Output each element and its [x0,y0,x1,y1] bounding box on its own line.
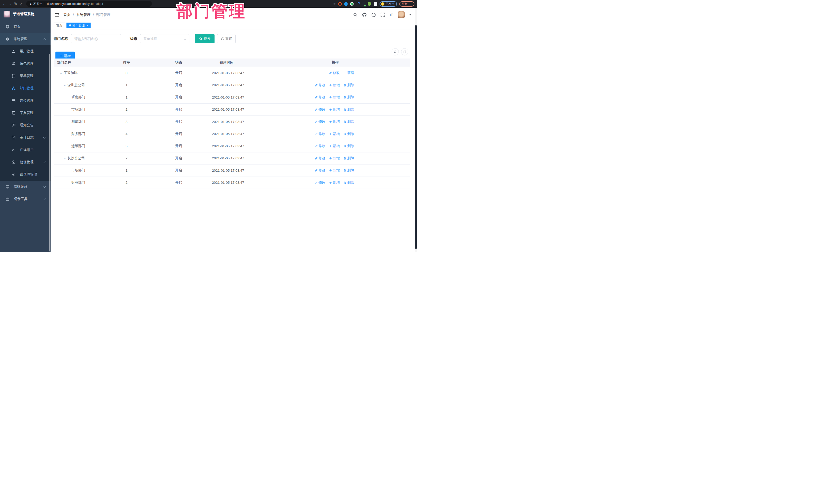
row-action-edit[interactable]: 修改 [314,95,325,100]
sidebar-item-8[interactable]: 通知公告 [0,119,50,131]
sidebar-scrollbar[interactable] [49,54,50,251]
github-icon[interactable] [362,13,367,17]
row-action-edit[interactable]: 修改 [314,83,325,88]
sidebar-item-4[interactable]: 菜单管理 [0,70,50,82]
browser-forward-icon[interactable]: → [7,2,13,6]
green-v-extension-icon[interactable]: v [350,2,354,6]
row-action-delete[interactable]: 删除 [343,144,354,148]
font-size-icon[interactable]: tT [390,13,393,17]
row-action-delete[interactable]: 删除 [343,180,354,185]
status-select[interactable]: 菜单状态 [140,34,190,43]
breadcrumb-item-0[interactable]: 首页 [63,13,70,17]
table-row: ⌄芋道源码0开启2021-01-05 17:03:47修改新增 [53,67,410,79]
sidebar-item-13[interactable]: 基础设施 [0,181,50,193]
app-logo-row[interactable]: 芋道管理系统 [0,8,50,21]
user-menu-caret-icon[interactable] [409,14,411,17]
green-figure-extension-icon[interactable] [368,2,371,6]
search-button[interactable]: 搜索 [195,34,215,43]
browser-reload-icon[interactable]: ↻ [13,2,19,6]
row-action-edit[interactable]: 修改 [314,168,325,173]
breadcrumb-item-1[interactable]: 系统管理 [76,13,91,17]
security-label[interactable]: 不安全 [34,2,43,6]
search-icon[interactable] [353,13,357,17]
sidebar-item-2[interactable]: 用户管理 [0,45,50,58]
close-tag-icon[interactable]: × [86,24,88,27]
row-action-delete[interactable]: 删除 [343,119,354,124]
browser-back-icon[interactable]: ← [2,2,7,6]
grid-extension-icon[interactable] [356,2,359,6]
user-icon [12,49,16,53]
row-action-add[interactable]: 新增 [329,95,340,100]
sidebar-item-14[interactable]: 研发工具 [0,193,50,205]
expand-caret-icon[interactable]: ⌄ [60,71,64,75]
column-header-4: 操作 [294,60,410,65]
user-avatar[interactable] [398,11,405,18]
tag-0[interactable]: 首页 [53,23,65,28]
browser-update-button[interactable]: 更新 ⋮ [399,1,414,7]
row-action-delete[interactable]: 删除 [343,168,354,173]
chevron-down-icon [184,38,186,40]
sidebar-item-3[interactable]: 角色管理 [0,58,50,70]
row-action-add[interactable]: 新增 [329,156,340,161]
action-label: 删除 [347,156,354,161]
row-action-delete[interactable]: 删除 [343,132,354,136]
row-action-add[interactable]: 新增 [329,107,340,112]
sidebar-item-9[interactable]: 审计日志 [0,131,50,144]
row-action-add[interactable]: 新增 [329,168,340,173]
expand-caret-icon[interactable]: ⌄ [64,156,67,160]
row-action-delete[interactable]: 删除 [343,156,354,161]
action-label: 修改 [319,180,325,185]
sidebar-item-7[interactable]: 字典管理 [0,107,50,119]
reset-button[interactable]: 重置 [217,34,236,43]
sidebar-collapse-icon[interactable] [54,13,59,17]
row-action-delete[interactable]: 删除 [343,107,354,112]
browser-toolbar-right: ☆ v on 已暂停 更新 ⋮ [333,1,417,7]
row-action-add[interactable]: 新增 [329,144,340,148]
puzzle-extensions-icon[interactable] [374,2,377,6]
row-action-edit[interactable]: 修改 [314,119,325,124]
sidebar-item-12[interactable]: 错误码管理 [0,168,50,181]
sidebar-item-5[interactable]: 部门管理 [0,82,50,94]
bookmark-star-icon[interactable]: ☆ [333,2,336,6]
row-action-edit[interactable]: 修改 [314,107,325,112]
fullscreen-icon[interactable] [380,13,385,17]
sidebar-item-6[interactable]: 岗位管理 [0,94,50,107]
sidebar-item-0[interactable]: 首页 [0,21,50,33]
toggle-search-button[interactable] [392,48,399,56]
tag-1[interactable]: 部门管理× [66,23,91,28]
cell-sort: 1 [108,83,145,87]
row-action-delete[interactable]: 删除 [343,95,354,100]
cell-dept-name: ⌄深圳总公司 [53,83,108,88]
browser-home-icon[interactable]: ⌂ [19,2,24,6]
paused-extension-pill[interactable]: 已暂停 [379,1,397,7]
row-action-add[interactable]: 新增 [343,70,354,75]
column-header-3: 创建时间 [212,60,294,65]
row-action-edit[interactable]: 修改 [314,144,325,148]
kebab-menu-icon[interactable]: ⋮ [409,2,412,6]
row-action-add[interactable]: 新增 [329,132,340,136]
help-icon[interactable] [371,13,376,17]
scrollbar-thumb[interactable] [415,25,417,249]
address-bar[interactable]: ▲ 不安全 dashboard.yudao.iocoder.cn/system/… [26,1,152,7]
row-action-edit[interactable]: 修改 [314,132,325,136]
sidebar-item-10[interactable]: 在线用户 [0,144,50,156]
expand-caret-icon[interactable]: ⌄ [64,83,67,87]
row-action-edit[interactable]: 修改 [329,70,340,75]
sidebar-item-label: 角色管理 [20,61,34,66]
row-action-edit[interactable]: 修改 [314,180,325,185]
ubuntu-extension-icon[interactable] [338,2,342,6]
pin-extension-icon[interactable] [343,1,349,6]
row-action-add[interactable]: 新增 [329,83,340,88]
sidebar-item-11[interactable]: 短信管理 [0,156,50,168]
switch-extension-icon[interactable]: on [362,2,366,6]
row-action-delete[interactable]: 删除 [343,83,354,88]
dept-name-input[interactable] [71,34,121,43]
row-action-edit[interactable]: 修改 [314,156,325,161]
refresh-table-button[interactable] [401,48,408,56]
action-label: 修改 [319,156,325,161]
row-action-add[interactable]: 新增 [329,119,340,124]
sidebar-item-1[interactable]: 系统管理 [0,33,50,45]
action-label: 修改 [319,132,325,136]
row-action-add[interactable]: 新增 [329,180,340,185]
window-scrollbar[interactable] [415,8,417,252]
